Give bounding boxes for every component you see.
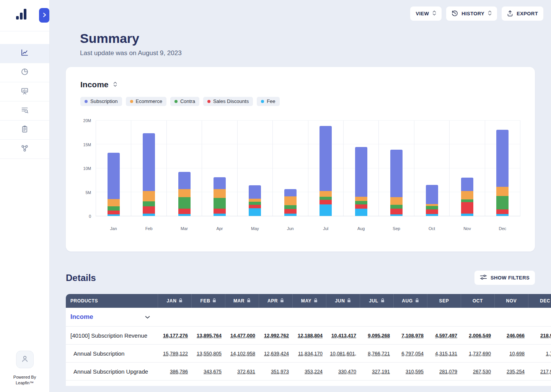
cell-value-link[interactable]: 1,732 bbox=[546, 351, 551, 356]
cell-value-link[interactable]: 235,254 bbox=[507, 369, 525, 374]
cell-value-link[interactable]: 2,006,549 bbox=[469, 333, 491, 338]
cell-value-link[interactable]: 218,975 bbox=[540, 333, 551, 338]
bar-segment-subscription[interactable] bbox=[426, 185, 438, 204]
bar-segment-sales-discounts[interactable] bbox=[214, 209, 226, 214]
lock-icon[interactable] bbox=[415, 298, 419, 304]
bar-segment-subscription[interactable] bbox=[461, 178, 473, 191]
bar-may[interactable] bbox=[249, 185, 261, 216]
column-header-oct[interactable]: OCT bbox=[461, 294, 494, 308]
bar-oct[interactable] bbox=[426, 185, 438, 216]
bar-segment-sales-discounts[interactable] bbox=[426, 209, 438, 214]
cell-value-link[interactable]: 327,191 bbox=[372, 369, 390, 374]
bar-segment-subscription[interactable] bbox=[249, 185, 261, 199]
bar-segment-subscription[interactable] bbox=[320, 126, 332, 191]
bar-segment-contra[interactable] bbox=[108, 206, 120, 211]
legend-item-contra[interactable]: Contra bbox=[170, 97, 199, 106]
legend-item-fee[interactable]: Fee bbox=[257, 97, 279, 106]
bar-segment-subscription[interactable] bbox=[284, 189, 297, 196]
cell-value-link[interactable]: 1,737,690 bbox=[469, 351, 491, 356]
cell-value-link[interactable]: 9,095,268 bbox=[368, 333, 390, 338]
cell-value-link[interactable]: 14,102,958 bbox=[230, 351, 255, 356]
bar-segment-ecommerce[interactable] bbox=[284, 196, 297, 206]
bar-segment-fee[interactable] bbox=[496, 214, 509, 216]
bar-segment-subscription[interactable] bbox=[143, 133, 155, 191]
bar-segment-contra[interactable] bbox=[320, 197, 332, 200]
legend-item-ecommerce[interactable]: Ecommerce bbox=[126, 97, 166, 106]
bar-segment-contra[interactable] bbox=[390, 205, 403, 209]
bar-segment-contra[interactable] bbox=[214, 198, 226, 209]
column-header-sep[interactable]: SEP bbox=[427, 294, 461, 308]
bar-jul[interactable] bbox=[320, 126, 332, 216]
bar-segment-contra[interactable] bbox=[178, 197, 191, 209]
sidebar-item-presentation-chart[interactable] bbox=[0, 82, 49, 101]
bar-segment-sales-discounts[interactable] bbox=[461, 202, 473, 214]
column-header-may[interactable]: MAY bbox=[292, 294, 326, 308]
column-header-feb[interactable]: FEB bbox=[191, 294, 225, 308]
legend-item-subscription[interactable]: Subscription bbox=[80, 97, 122, 106]
bar-segment-ecommerce[interactable] bbox=[390, 197, 403, 205]
cell-value-link[interactable]: 15,789,122 bbox=[163, 351, 188, 356]
bar-segment-sales-discounts[interactable] bbox=[108, 211, 120, 214]
cell-value-link[interactable]: 12,639,424 bbox=[264, 351, 289, 356]
cell-value-link[interactable]: 13,895,764 bbox=[197, 333, 222, 338]
bar-sep[interactable] bbox=[390, 150, 403, 216]
bar-segment-ecommerce[interactable] bbox=[355, 197, 367, 201]
cell-value-link[interactable]: 281,079 bbox=[439, 369, 457, 374]
bar-segment-ecommerce[interactable] bbox=[108, 199, 120, 206]
lock-icon[interactable] bbox=[314, 298, 318, 304]
cell-value-link[interactable]: 267,530 bbox=[473, 369, 491, 374]
bar-segment-subscription[interactable] bbox=[108, 153, 120, 199]
bar-segment-ecommerce[interactable] bbox=[496, 187, 509, 196]
bar-segment-sales-discounts[interactable] bbox=[249, 205, 261, 208]
bar-segment-subscription[interactable] bbox=[496, 130, 509, 187]
view-button[interactable]: VIEW bbox=[410, 7, 442, 21]
cell-value-link[interactable]: 12,992,762 bbox=[264, 333, 289, 338]
column-header-dec[interactable]: DEC bbox=[528, 294, 551, 308]
bar-segment-subscription[interactable] bbox=[214, 177, 226, 189]
cell-value-link[interactable]: 330,470 bbox=[338, 369, 356, 374]
income-sort-toggle[interactable] bbox=[112, 80, 118, 89]
cell-value-link[interactable]: 13,550,805 bbox=[197, 351, 222, 356]
bar-segment-fee[interactable] bbox=[108, 214, 120, 216]
cell-value-link[interactable]: 7,108,978 bbox=[401, 333, 424, 338]
bar-segment-fee[interactable] bbox=[249, 208, 261, 216]
bar-segment-sales-discounts[interactable] bbox=[320, 200, 332, 205]
lock-icon[interactable] bbox=[381, 298, 385, 304]
bar-segment-contra[interactable] bbox=[143, 201, 155, 206]
cell-value-link[interactable]: 353,224 bbox=[305, 369, 323, 374]
bar-segment-subscription[interactable] bbox=[390, 150, 403, 197]
cell-value-link[interactable]: 10,413,417 bbox=[331, 333, 356, 338]
export-button[interactable]: EXPORT bbox=[502, 7, 543, 21]
cell-value-link[interactable]: 11,834,170 bbox=[298, 351, 323, 356]
bar-segment-contra[interactable] bbox=[426, 206, 438, 209]
bar-segment-ecommerce[interactable] bbox=[178, 189, 191, 197]
bar-segment-sales-discounts[interactable] bbox=[178, 209, 191, 214]
cell-value-link[interactable]: 310,595 bbox=[406, 369, 424, 374]
lock-icon[interactable] bbox=[247, 298, 251, 304]
cell-value-link[interactable]: 217,942 bbox=[540, 369, 551, 374]
sidebar-item-flow-chart[interactable] bbox=[0, 140, 49, 159]
cell-value-link[interactable]: 4,315,131 bbox=[435, 351, 457, 356]
column-header-jul[interactable]: JUL bbox=[360, 294, 393, 308]
cell-value-link[interactable]: 12,188,804 bbox=[298, 333, 323, 338]
cell-value-link[interactable]: 10,698 bbox=[509, 351, 525, 356]
bar-segment-fee[interactable] bbox=[320, 204, 332, 216]
bar-segment-sales-discounts[interactable] bbox=[143, 206, 155, 214]
show-filters-button[interactable]: SHOW FILTERS bbox=[474, 271, 535, 285]
cell-value-link[interactable]: 10,081,601, bbox=[330, 351, 356, 356]
bar-segment-fee[interactable] bbox=[355, 209, 367, 216]
lock-icon[interactable] bbox=[212, 298, 216, 304]
cell-value-link[interactable]: 386,786 bbox=[170, 369, 188, 374]
column-header-apr[interactable]: APR bbox=[259, 294, 292, 308]
bar-segment-ecommerce[interactable] bbox=[249, 199, 261, 202]
bar-segment-contra[interactable] bbox=[355, 201, 367, 204]
lock-icon[interactable] bbox=[280, 298, 284, 304]
bar-segment-fee[interactable] bbox=[143, 214, 155, 216]
lock-icon[interactable] bbox=[347, 298, 351, 304]
bar-segment-sales-discounts[interactable] bbox=[355, 204, 367, 209]
cell-value-link[interactable]: 8,766,721 bbox=[368, 351, 390, 356]
bar-segment-fee[interactable] bbox=[390, 214, 403, 216]
legend-item-sales-discounts[interactable]: Sales Discounts bbox=[203, 97, 253, 106]
sidebar-item-line-chart[interactable] bbox=[0, 44, 49, 63]
cell-value-link[interactable]: 372,631 bbox=[237, 369, 255, 374]
